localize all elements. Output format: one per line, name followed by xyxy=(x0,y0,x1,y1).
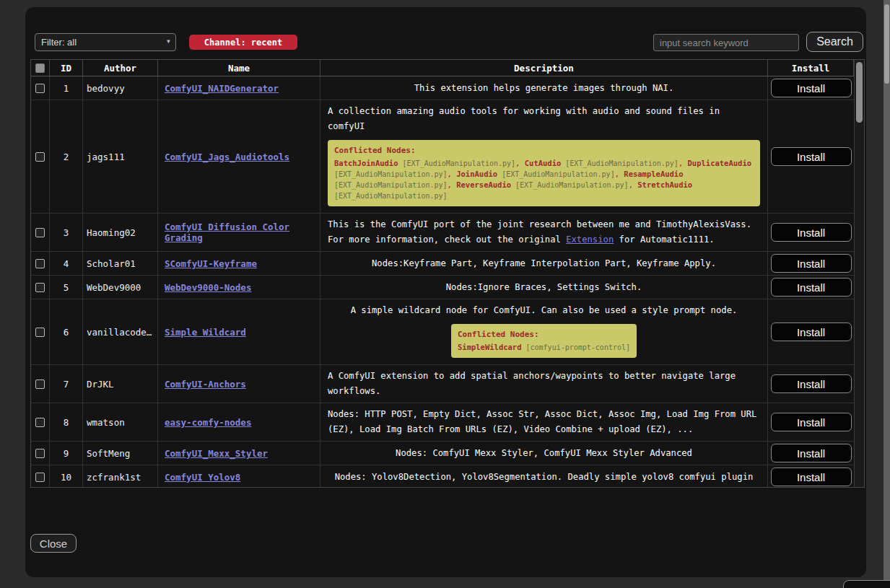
description-text: Nodes: ComfyUI Mexx Styler, ComfyUI Mexx… xyxy=(396,446,692,461)
page-scrollbar[interactable] xyxy=(884,0,890,588)
install-button[interactable]: Install xyxy=(771,278,852,297)
description-link[interactable]: Extension xyxy=(566,234,614,245)
cell-description: This extension helps generate images thr… xyxy=(320,76,768,100)
node-name-link[interactable]: SComfyUI-Keyframe xyxy=(165,258,257,269)
install-button[interactable]: Install xyxy=(771,223,852,242)
install-button[interactable]: Install xyxy=(771,322,852,341)
checkbox-cell xyxy=(31,76,50,100)
install-button[interactable]: Install xyxy=(771,444,852,462)
conflict-node-name: ReverseAudio xyxy=(456,180,511,189)
cell-description: A collection amazing audio tools for wor… xyxy=(320,100,768,213)
cell-install: Install xyxy=(768,442,854,465)
conflict-node-name: JoinAudio xyxy=(456,170,497,178)
page-scrollbar-thumb[interactable] xyxy=(884,4,889,84)
node-name-link[interactable]: Simple Wildcard xyxy=(165,327,246,338)
cell-author: Haoming02 xyxy=(83,214,158,251)
table-scrollbar[interactable] xyxy=(854,60,864,487)
header-checkbox-cell xyxy=(31,60,50,76)
row-checkbox[interactable] xyxy=(35,379,45,389)
cell-description: A simple wildcard node for ComfyUI. Can … xyxy=(320,299,768,364)
conflict-node-ext: [EXT_AudioManipulation.py] xyxy=(497,170,615,178)
install-button[interactable]: Install xyxy=(771,147,852,166)
cell-name: Simple Wildcard xyxy=(158,299,320,364)
cell-install: Install xyxy=(768,252,854,275)
checkbox-cell xyxy=(31,403,50,441)
row-checkbox[interactable] xyxy=(35,418,45,427)
cell-install: Install xyxy=(768,365,854,403)
cell-id: 10 xyxy=(50,465,83,488)
search-input[interactable] xyxy=(653,34,799,51)
row-checkbox[interactable] xyxy=(35,152,45,162)
node-name-link[interactable]: ComfyUI-Anchors xyxy=(165,379,246,390)
table-row: 8 wmatson easy-comfy-nodes Nodes: HTTP P… xyxy=(31,403,854,442)
conflict-node-name: BatchJoinAudio xyxy=(334,159,398,167)
conflicted-nodes-box: Conflicted Nodes:SimpleWildcard [comfyui… xyxy=(451,324,637,358)
node-name-link[interactable]: easy-comfy-nodes xyxy=(165,417,251,428)
table-row: 9 SoftMeng ComfyUI_Mexx_Styler Nodes: Co… xyxy=(31,442,854,465)
cell-name: WebDev9000-Nodes xyxy=(158,276,320,299)
table-row: 1 bedovyy ComfyUI_NAIDGenerator This ext… xyxy=(31,76,854,100)
cell-name: easy-comfy-nodes xyxy=(158,403,320,441)
row-checkbox[interactable] xyxy=(35,328,45,337)
select-all-checkbox[interactable] xyxy=(35,63,45,73)
cell-id: 5 xyxy=(50,276,83,299)
node-name-link[interactable]: ComfyUI Yolov8 xyxy=(165,472,240,483)
checkbox-cell xyxy=(31,252,50,275)
description-text: A collection amazing audio tools for wor… xyxy=(328,104,760,134)
install-button[interactable]: Install xyxy=(771,468,852,486)
cell-id: 2 xyxy=(50,100,83,213)
conflict-node-name: SimpleWildcard xyxy=(458,343,522,351)
cell-id: 7 xyxy=(50,365,83,403)
checkbox-cell xyxy=(31,299,50,364)
cell-author: DrJKL xyxy=(83,365,158,403)
cell-description: Nodes: Yolov8Detection, Yolov8Segmentati… xyxy=(320,465,768,488)
description-text: Nodes:Keyframe Part, Keyframe Interpolat… xyxy=(372,256,716,271)
node-name-link[interactable]: ComfyUI_Mexx_Styler xyxy=(165,448,268,459)
checkbox-cell xyxy=(31,442,50,465)
table-row: 5 WebDev9000 WebDev9000-Nodes Nodes:Igno… xyxy=(31,276,854,299)
node-name-link[interactable]: ComfyUI_NAIDGenerator xyxy=(165,83,279,94)
table-row: 6 vanillacode… Simple Wildcard A simple … xyxy=(31,299,854,365)
cell-name: ComfyUI_Jags_Audiotools xyxy=(158,100,320,213)
install-button[interactable]: Install xyxy=(771,79,852,97)
table-scrollbar-thumb[interactable] xyxy=(856,62,863,123)
cell-author: Scholar01 xyxy=(83,252,158,275)
filter-select-wrap: Filter: all ▾ xyxy=(35,33,176,51)
conflict-node-name: DuplicateAudio xyxy=(688,159,752,167)
table-row: 7 DrJKL ComfyUI-Anchors A ComfyUI extens… xyxy=(31,365,854,403)
description-text: Nodes:Ignore Braces, Settings Switch. xyxy=(446,280,642,295)
node-name-link[interactable]: ComfyUI Diffusion Color Grading xyxy=(165,221,317,243)
row-checkbox[interactable] xyxy=(35,449,45,458)
custom-nodes-table: ID Author Name Description Install 1 bed… xyxy=(30,59,865,488)
row-checkbox[interactable] xyxy=(35,259,45,268)
node-name-link[interactable]: ComfyUI_Jags_Audiotools xyxy=(165,152,289,162)
cell-author: wmatson xyxy=(83,403,158,441)
install-button[interactable]: Install xyxy=(771,254,852,273)
description-text: Nodes: HTTP POST, Empty Dict, Assoc Str,… xyxy=(328,407,760,437)
cell-author: WebDev9000 xyxy=(83,276,158,299)
cell-install: Install xyxy=(768,76,854,100)
row-checkbox[interactable] xyxy=(35,283,45,292)
cell-install: Install xyxy=(768,276,854,299)
cell-id: 6 xyxy=(50,299,83,364)
conflict-list: BatchJoinAudio [EXT_AudioManipulation.py… xyxy=(334,158,754,201)
row-checkbox[interactable] xyxy=(35,473,45,482)
header-install: Install xyxy=(768,60,854,76)
install-button[interactable]: Install xyxy=(771,413,852,431)
filter-select[interactable]: Filter: all xyxy=(35,33,176,51)
close-button[interactable]: Close xyxy=(30,534,77,553)
cell-name: ComfyUI Yolov8 xyxy=(158,465,320,488)
install-custom-nodes-dialog: Filter: all ▾ Channel: recent Search ID … xyxy=(25,7,866,577)
conflict-node-ext: [EXT_AudioManipulation.py] xyxy=(334,170,448,178)
row-checkbox[interactable] xyxy=(35,228,45,237)
cell-id: 8 xyxy=(50,403,83,441)
cell-author: SoftMeng xyxy=(83,442,158,465)
table-row: 3 Haoming02 ComfyUI Diffusion Color Grad… xyxy=(31,214,854,252)
node-name-link[interactable]: WebDev9000-Nodes xyxy=(165,282,251,293)
checkbox-cell xyxy=(31,214,50,251)
table-row: 4 Scholar01 SComfyUI-Keyframe Nodes:Keyf… xyxy=(31,252,854,276)
conflict-node-ext: [EXT_AudioManipulation.py] xyxy=(398,159,516,167)
row-checkbox[interactable] xyxy=(35,84,45,93)
install-button[interactable]: Install xyxy=(771,374,852,393)
search-button[interactable]: Search xyxy=(806,32,863,52)
